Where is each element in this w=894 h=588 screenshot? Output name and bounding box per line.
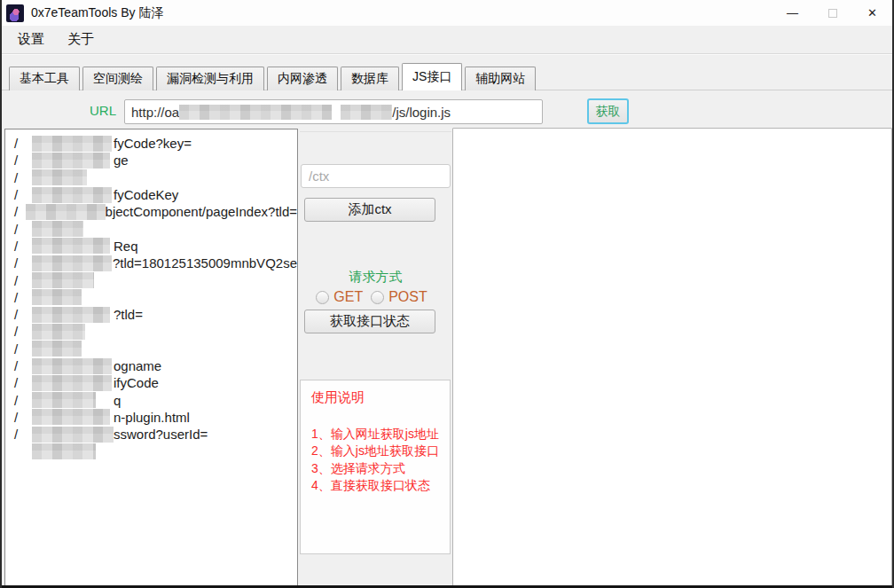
result-panel[interactable]: [452, 128, 892, 586]
radio-post[interactable]: [371, 291, 384, 304]
list-item[interactable]: /q: [5, 391, 297, 408]
menu-separator: [2, 53, 892, 55]
redacted-path-segment: [32, 255, 112, 271]
instructions-title: 使用说明: [311, 389, 450, 406]
list-item[interactable]: /: [5, 271, 297, 288]
list-item[interactable]: /: [5, 323, 297, 340]
redacted-path-segment: [32, 409, 110, 425]
redacted-path-segment: [32, 187, 112, 203]
path-suffix: n-plugin.html: [114, 410, 190, 425]
list-item[interactable]: /: [5, 341, 297, 357]
path-prefix: /: [14, 239, 32, 254]
list-item[interactable]: /ssword?userId=: [5, 426, 297, 443]
list-item[interactable]: /?tld=180125135009mnbVQ2se: [5, 255, 297, 271]
path-suffix: bjectComponent/pageIndex?tld=: [106, 204, 297, 219]
title-bar: 0x7eTeamTools By 陆泽 —✕: [2, 0, 892, 26]
path-prefix: /: [14, 358, 32, 373]
js-path-list[interactable]: /fyCode?key=/ge//fyCodeKey/bjectComponen…: [4, 129, 298, 586]
url-input[interactable]: http://oa/js/login.js: [124, 99, 543, 124]
minimize-icon[interactable]: —: [772, 0, 812, 26]
path-suffix: ifyCode: [114, 375, 159, 390]
tab-strip: 基本工具空间测绘漏洞检测与利用内网渗透数据库JS接口辅助网站: [9, 63, 538, 90]
tab-漏洞检测与利用[interactable]: 漏洞检测与利用: [156, 67, 264, 90]
app-icon: [6, 4, 24, 22]
path-prefix: /: [14, 136, 32, 151]
list-item[interactable]: /ogname: [5, 357, 297, 374]
redacted-path-segment: [32, 427, 114, 443]
menu-item-about[interactable]: 关于: [66, 29, 96, 50]
tab-JS接口[interactable]: JS接口: [402, 63, 462, 90]
path-prefix: /: [14, 341, 32, 357]
redacted-path-segment: [32, 272, 94, 288]
tab-辅助网站[interactable]: 辅助网站: [465, 67, 536, 90]
path-suffix: ssword?userId=: [114, 427, 208, 442]
path-prefix: /: [14, 170, 32, 185]
instructions-list: 1、输入网址获取js地址2、输入js地址获取接口3、选择请求方式4、直接获取接口…: [311, 426, 450, 494]
list-item[interactable]: /Req: [5, 238, 297, 255]
redacted-path-segment: [32, 324, 85, 340]
redacted-path-segment: [32, 375, 112, 391]
list-item[interactable]: /fyCodeKey: [5, 186, 297, 203]
get-api-status-button[interactable]: 获取接口状态: [304, 310, 435, 333]
tab-空间测绘[interactable]: 空间测绘: [82, 67, 153, 90]
path-prefix: /: [14, 153, 32, 168]
redacted-url-segment: [179, 105, 332, 120]
path-prefix: /: [14, 427, 32, 442]
url-value-prefix: http://oa: [131, 105, 179, 120]
tab-基本工具[interactable]: 基本工具: [9, 67, 80, 90]
instruction-step-1: 1、输入网址获取js地址: [311, 426, 450, 443]
redacted-path-segment: [32, 136, 112, 152]
close-icon[interactable]: ✕: [852, 0, 892, 26]
list-item[interactable]: /: [5, 220, 297, 237]
redacted-path-segment: [32, 169, 87, 185]
instruction-step-2: 2、输入js地址获取接口: [311, 443, 450, 459]
instruction-step-3: 3、选择请求方式: [311, 460, 450, 477]
redacted-url-segment: [341, 105, 392, 120]
redacted-path-segment: [32, 392, 96, 408]
redacted-path-segment: [26, 204, 106, 220]
add-ctx-button[interactable]: 添加ctx: [304, 198, 435, 222]
url-label: URL: [90, 103, 116, 118]
path-suffix: ?tld=: [114, 307, 143, 322]
path-prefix: /: [14, 375, 32, 390]
path-prefix: /: [14, 324, 32, 339]
ctx-input[interactable]: [301, 164, 451, 188]
path-suffix: ogname: [114, 358, 161, 373]
redacted-path-segment: [32, 341, 82, 357]
list-item[interactable]: /ifyCode: [5, 374, 297, 391]
list-item[interactable]: /n-plugin.html: [5, 409, 297, 426]
menu-bar: 设置关于: [2, 26, 892, 53]
list-item[interactable]: /fyCode?key=: [5, 135, 297, 152]
fetch-button[interactable]: 获取: [587, 98, 629, 124]
menu-item-settings[interactable]: 设置: [16, 29, 46, 50]
path-prefix: /: [14, 187, 32, 202]
path-suffix: q: [114, 393, 121, 408]
list-item[interactable]: /bjectComponent/pageIndex?tld=: [5, 203, 297, 220]
redacted-path-segment: [32, 358, 112, 374]
path-prefix: /: [14, 290, 32, 305]
maximize-box: [828, 9, 837, 18]
maximize-icon[interactable]: [812, 0, 852, 26]
path-suffix: ge: [114, 153, 129, 168]
redacted-path-segment: [32, 238, 110, 254]
window-controls: —✕: [772, 0, 892, 26]
path-suffix: ?tld=180125135009mnbVQ2se: [113, 255, 297, 270]
list-item[interactable]: /: [5, 289, 297, 306]
url-value-suffix: /js/login.js: [392, 105, 451, 120]
path-prefix: /: [14, 393, 32, 408]
radio-label-post: POST: [388, 289, 427, 305]
redacted-path-segment: [32, 289, 82, 305]
path-suffix: fyCode?key=: [114, 136, 192, 151]
tab-内网渗透[interactable]: 内网渗透: [267, 67, 338, 90]
list-item[interactable]: [5, 443, 297, 459]
path-suffix: fyCodeKey: [114, 187, 178, 202]
request-method-radios: GETPOST: [300, 288, 451, 306]
list-item[interactable]: /?tld=: [5, 306, 297, 323]
instruction-step-4: 4、直接获取接口状态: [311, 477, 450, 494]
list-item[interactable]: /: [5, 169, 297, 186]
radio-get[interactable]: [316, 291, 329, 304]
path-prefix: /: [14, 307, 32, 322]
list-item[interactable]: /ge: [5, 152, 297, 169]
radio-label-get: GET: [333, 289, 363, 305]
tab-数据库[interactable]: 数据库: [341, 67, 399, 90]
